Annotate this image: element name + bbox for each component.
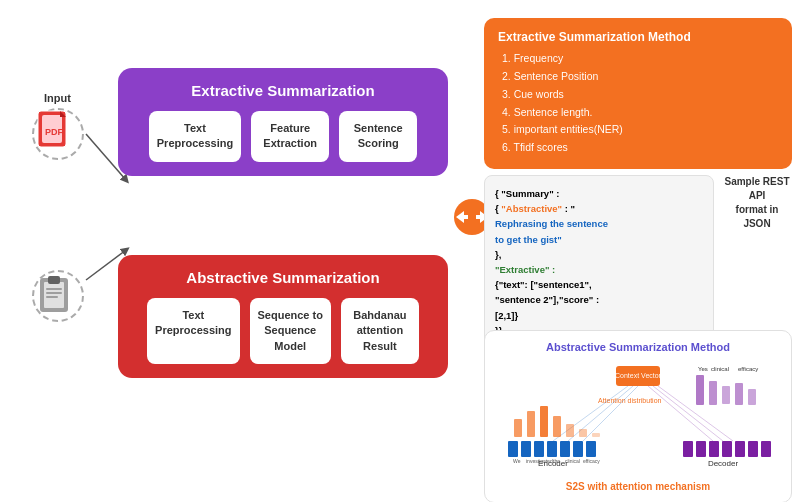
svg-line-35 (553, 386, 628, 441)
svg-text:investigated: investigated (526, 458, 553, 464)
svg-rect-27 (709, 441, 719, 457)
svg-rect-44 (553, 416, 561, 437)
svg-line-37 (583, 386, 638, 441)
method-item-2: 2. Sentence Position (502, 68, 778, 86)
extractive-box: Extractive Summarization TextPreprocessi… (118, 68, 448, 176)
s2s-attention-diagram: Encoder Decoder Context Vector (495, 361, 781, 471)
clipboard-icon (36, 272, 74, 316)
svg-rect-51 (696, 375, 704, 405)
svg-text:efficacy: efficacy (583, 458, 600, 464)
pdf-icon-container: PDF (36, 109, 74, 161)
svg-rect-20 (534, 441, 544, 457)
svg-rect-8 (46, 292, 62, 294)
extractive-method-list: 1. Frequency 2. Sentence Position 3. Cue… (498, 50, 778, 157)
svg-rect-9 (46, 296, 58, 298)
svg-text:PDF: PDF (45, 127, 64, 137)
svg-rect-18 (508, 441, 518, 457)
svg-rect-30 (748, 441, 758, 457)
extractive-title: Extractive Summarization (134, 82, 432, 99)
svg-text:Context Vector: Context Vector (615, 372, 662, 379)
svg-rect-5 (44, 282, 64, 308)
svg-rect-25 (683, 441, 693, 457)
svg-rect-42 (527, 411, 535, 437)
svg-rect-52 (709, 381, 717, 405)
svg-rect-22 (560, 441, 570, 457)
svg-line-36 (568, 386, 633, 441)
svg-rect-26 (696, 441, 706, 457)
svg-text:We: We (513, 458, 521, 464)
extractive-steps-row: TextPreprocessing FeatureExtraction Sent… (134, 111, 432, 162)
svg-rect-47 (592, 433, 600, 437)
svg-text:efficacy: efficacy (738, 366, 758, 372)
svg-rect-43 (540, 406, 548, 437)
abstractive-title: Abstractive Summarization (134, 269, 432, 286)
extractive-method-title: Extractive Summarization Method (498, 30, 778, 44)
chart-subtitle: S2S with attention mechanism (495, 481, 781, 492)
svg-rect-54 (735, 383, 743, 405)
svg-rect-24 (586, 441, 596, 457)
svg-text:Attention distribution: Attention distribution (598, 397, 662, 404)
svg-rect-6 (48, 276, 60, 284)
method-item-3: 3. Cue words (502, 86, 778, 104)
svg-rect-23 (573, 441, 583, 457)
svg-text:the: the (553, 458, 560, 464)
input-label: Input (44, 92, 71, 104)
svg-rect-31 (761, 441, 771, 457)
abstractive-box: Abstractive Summarization TextPreprocess… (118, 255, 448, 378)
svg-text:clinical: clinical (711, 366, 729, 372)
method-item-5: 5. important entities(NER) (502, 121, 778, 139)
clipboard-icon-container (36, 272, 74, 320)
svg-rect-21 (547, 441, 557, 457)
svg-rect-41 (514, 419, 522, 437)
json-box: { "Summary" : { "Abstractive" : " Rephra… (484, 175, 714, 349)
svg-rect-29 (735, 441, 745, 457)
abstractive-method-chart-title: Abstractive Summarization Method (495, 341, 781, 353)
step-bahdanau: BahdanauattentionResult (341, 298, 419, 364)
svg-text:clinical: clinical (565, 458, 580, 464)
method-item-6: 6. Tfidf scores (502, 139, 778, 157)
svg-rect-7 (46, 288, 62, 290)
svg-rect-46 (579, 429, 587, 437)
method-item-1: 1. Frequency (502, 50, 778, 68)
step-text-preprocessing-abs: TextPreprocessing (147, 298, 239, 364)
method-item-4: 4. Sentence length. (502, 104, 778, 122)
json-section: { "Summary" : { "Abstractive" : " Rephra… (484, 175, 792, 349)
svg-text:Decoder: Decoder (708, 459, 739, 468)
svg-rect-53 (722, 386, 730, 404)
abstractive-steps-row: TextPreprocessing Sequence toSequenceMod… (134, 298, 432, 364)
main-container: Input PDF Extract (0, 0, 810, 502)
extractive-method-box: Extractive Summarization Method 1. Frequ… (484, 18, 792, 169)
json-label: Sample REST APIformat in JSON (722, 175, 792, 231)
svg-rect-45 (566, 424, 574, 437)
svg-text:Yes: Yes (698, 366, 708, 372)
svg-line-40 (658, 386, 733, 441)
svg-rect-28 (722, 441, 732, 457)
step-sentence-scoring: SentenceScoring (339, 111, 417, 162)
svg-rect-55 (748, 389, 756, 405)
abstractive-chart-box: Abstractive Summarization Method Encoder… (484, 330, 792, 502)
step-sequence-model: Sequence toSequenceModel (250, 298, 331, 364)
svg-rect-19 (521, 441, 531, 457)
step-text-preprocessing: TextPreprocessing (149, 111, 241, 162)
pdf-icon: PDF (36, 109, 74, 157)
step-feature-extraction: FeatureExtraction (251, 111, 329, 162)
